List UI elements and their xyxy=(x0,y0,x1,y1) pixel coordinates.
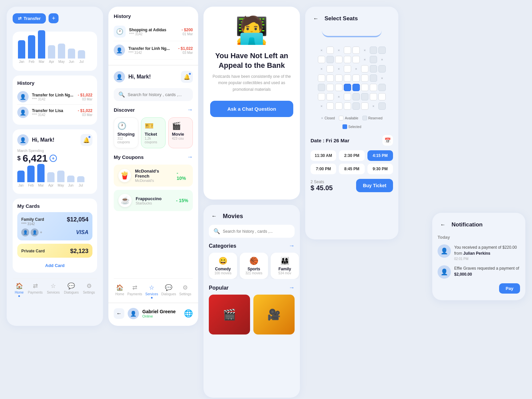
buy-row: 2 Seats $ 45.05 Buy Ticket xyxy=(311,179,393,192)
time-845pm[interactable]: 8:45 PM xyxy=(339,164,364,174)
greeting-name: Hi, Mark! xyxy=(32,137,55,143)
ticket-price: $ 45.05 xyxy=(311,184,333,192)
search-bar[interactable]: 🔍 xyxy=(114,88,193,101)
time-230pm[interactable]: 2:30 PM xyxy=(339,150,364,161)
bank-panel: 🧑‍💻 You Have Not Left an Appeal to the B… xyxy=(203,7,300,200)
category-comedy[interactable]: 😄 Comedy 100 movies xyxy=(209,253,237,279)
seats-grid: × × × × × × × × xyxy=(311,47,393,110)
nav-home[interactable]: 🏠 Home xyxy=(15,282,24,297)
back-button[interactable]: ← xyxy=(114,308,124,319)
history-item: 👤 Transfer for Lisa **** 3142 - $1,022 0… xyxy=(17,105,92,120)
notification-dot xyxy=(189,72,191,75)
ask-chat-button[interactable]: Ask a Chat Question xyxy=(210,101,293,117)
nav-home[interactable]: 🏠 Home xyxy=(115,284,124,299)
spending-label: March Spending xyxy=(17,149,92,153)
history-title: History xyxy=(17,80,92,86)
coupon-mcdonalds[interactable]: 🍟 McDonald's French McDonald's - 10% xyxy=(114,165,193,187)
finance-panel: ⇄ Transfer + Jan Feb Mar Apr May Jun Jul… xyxy=(7,7,103,326)
avatar: 👤 xyxy=(17,91,29,102)
category-sports[interactable]: 🏀 Sports 321 movies xyxy=(240,253,268,279)
movie-thumb-1[interactable]: 🎬 xyxy=(209,295,250,334)
pay-button[interactable]: Pay xyxy=(499,283,520,294)
notif-header: ← Notification xyxy=(438,219,520,230)
nav-settings[interactable]: ⚙ Settings xyxy=(179,284,191,299)
add-card-button[interactable]: Add Card xyxy=(17,261,92,268)
chat-user: ← 👤 Gabriel Greene Online 🌐 xyxy=(114,308,193,319)
chart-bars: Jan Feb Mar Apr May Jun Jul xyxy=(18,37,92,64)
greeting-name: Hi, Mark! xyxy=(128,74,151,80)
movie-thumb-2[interactable]: 🎥 xyxy=(253,295,295,334)
nav-payments[interactable]: ⇄ Payments xyxy=(127,284,142,299)
notif-item-1: 👤 You received a payment of $220.00 from… xyxy=(438,244,520,261)
discover-ticket[interactable]: 🎫 Ticket 1,2k coupons xyxy=(141,117,166,148)
notification-bell[interactable]: 🔔 xyxy=(80,134,92,146)
settings-icon: ⚙ xyxy=(183,284,188,291)
shopping-icon: 🕐 xyxy=(117,122,135,130)
expand-button[interactable]: + xyxy=(50,155,57,162)
spending-amount: $ 6,421 + xyxy=(17,153,92,164)
coupons-title: My Coupons xyxy=(114,154,144,160)
discover-shopping[interactable]: 🕐 Shoping 312 coupons xyxy=(114,117,138,148)
time-930pm[interactable]: 9:30 PM xyxy=(367,164,393,174)
chat-avatar: 👤 xyxy=(128,308,139,319)
card-avatar: 👤 xyxy=(21,228,29,236)
seats-panel: ← Select Seats × × × × × × xyxy=(305,7,398,239)
coupons-arrow[interactable]: → xyxy=(187,154,193,161)
calendar-icon[interactable]: 📅 xyxy=(382,135,393,146)
notif-title: Notification xyxy=(452,221,483,228)
coupons-list: 🍟 McDonald's French McDonald's - 10% ☕ F… xyxy=(114,165,193,211)
buy-ticket-button[interactable]: Buy Ticket xyxy=(356,179,393,192)
popular-arrow[interactable]: → xyxy=(289,284,295,291)
notification-bell[interactable]: 🔔 xyxy=(181,71,193,83)
middle-col: 🧑‍💻 You Have Not Left an Appeal to the B… xyxy=(203,7,300,398)
home-icon: 🏠 xyxy=(116,284,123,291)
illustration: 🧑‍💻 xyxy=(235,15,268,46)
home-icon: 🏠 xyxy=(16,282,23,290)
discover-arrow[interactable]: → xyxy=(187,106,193,113)
add-button[interactable]: + xyxy=(49,13,59,23)
greeting-section: 👤 Hi, Mark! 🔔 xyxy=(114,71,193,83)
categories-arrow[interactable]: → xyxy=(289,242,295,249)
nav-dialogues[interactable]: 💬 Dialogues xyxy=(161,284,176,299)
coupon-starbucks[interactable]: ☕ Frappuccino Starbucks - 15% xyxy=(114,190,193,211)
time-415pm[interactable]: 4:15 PM xyxy=(367,150,393,161)
cards-section: My Cards Family Card $12,054 **** 3142 👤… xyxy=(13,199,97,273)
seats-count: 2 Seats xyxy=(311,180,333,184)
mcdonalds-logo: 🍟 xyxy=(118,169,131,182)
nav-payments[interactable]: ⇄ Payments xyxy=(28,282,43,297)
movies-header: ← Movies xyxy=(203,205,300,225)
search-input[interactable] xyxy=(128,92,188,97)
discover-section: Discover → xyxy=(114,106,193,113)
avatar: 👤 xyxy=(114,45,125,56)
coupons-section: My Coupons → xyxy=(114,154,193,161)
notif-item-2: 👤 Effie Graves requested a payment of $2… xyxy=(438,265,520,279)
bottom-nav-coupons: 🏠 Home ⇄ Payments ☆ Services 💬 Dialogues… xyxy=(114,278,193,299)
search-icon: 🔍 xyxy=(213,228,220,234)
movies-panel: ← Movies 🔍 Categories → 😄 Comedy 100 mov… xyxy=(203,205,300,398)
legend-reserved xyxy=(362,116,367,120)
movies-grid: 🎬 🎥 xyxy=(203,295,300,334)
category-family[interactable]: 👨‍👩‍👧 Family 534 mov xyxy=(271,253,299,279)
movies-title: Movies xyxy=(223,213,243,220)
notif-back-button[interactable]: ← xyxy=(438,219,448,230)
nav-settings[interactable]: ⚙ Settings xyxy=(83,282,95,297)
seats-back-button[interactable]: ← xyxy=(311,13,321,24)
services-icon: ☆ xyxy=(149,284,154,291)
nav-dialogues[interactable]: 💬 Dialogues xyxy=(64,282,78,297)
nav-services[interactable]: ☆ Services xyxy=(145,284,158,299)
movies-back-button[interactable]: ← xyxy=(209,211,219,221)
ticket-icon: 🎫 xyxy=(145,122,162,130)
family-card: Family Card $12,054 **** 3142 👤 👤 + VISA xyxy=(17,212,92,240)
popular-header: Popular → xyxy=(203,284,300,291)
transfer-button[interactable]: ⇄ Transfer xyxy=(13,13,46,24)
time-700pm[interactable]: 7:00 PM xyxy=(311,164,336,174)
notif-avatar-2: 👤 xyxy=(438,265,451,279)
discover-movie[interactable]: 🎬 Movie 423 cou xyxy=(168,117,193,148)
nav-services[interactable]: ☆ Services xyxy=(47,282,60,297)
movies-search[interactable]: 🔍 xyxy=(209,225,295,238)
movies-search-input[interactable] xyxy=(223,229,290,234)
bank-title: You Have Not Left an Appeal to the Bank xyxy=(210,51,293,70)
discover-title: Discover xyxy=(114,107,135,113)
seats-title: Select Seats xyxy=(325,15,358,22)
time-1130am[interactable]: 11:30 AM xyxy=(311,150,336,161)
